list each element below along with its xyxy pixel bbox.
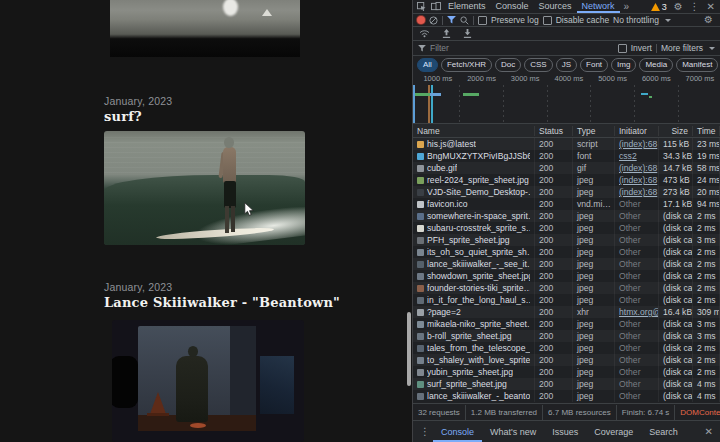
table-row[interactable]: VJD-Site_Demo_Desktop-…200jpeg(index):68…	[413, 186, 720, 198]
request-initiator[interactable]: (index):68	[615, 174, 659, 186]
close-devtools-icon[interactable]: ✕	[704, 1, 718, 13]
resource-type-icon	[417, 225, 424, 232]
table-row[interactable]: to_shaley_with_love_sprite…200jpegOther(…	[413, 354, 720, 366]
table-row[interactable]: somewhere-in-space_sprit…200jpegOther(di…	[413, 210, 720, 222]
resource-type-icon	[417, 369, 424, 376]
table-row[interactable]: mikaela-niko_sprite_sheet…200jpegOther(d…	[413, 318, 720, 330]
request-time: 2 ms	[693, 282, 720, 294]
tab-console[interactable]: Console	[491, 0, 534, 13]
column-header-type[interactable]: Type	[573, 126, 615, 136]
page-scrollbar[interactable]	[407, 312, 411, 386]
search-icon[interactable]	[460, 16, 469, 25]
table-row[interactable]: in_it_for_the_long_haul_s…200jpegOther(d…	[413, 294, 720, 306]
warnings-badge[interactable]: 3	[648, 2, 670, 12]
more-options-icon[interactable]: ⋮	[687, 1, 703, 13]
column-header-size[interactable]: Size	[659, 126, 693, 136]
timeline-ruler: 1000 ms2000 ms3000 ms4000 ms5000 ms6000 …	[413, 73, 720, 85]
request-initiator[interactable]: (index):68	[615, 186, 659, 198]
table-row[interactable]: BngMUXZYTXPivIBgJJSb6…200fontcss234.3 kB…	[413, 150, 720, 162]
waterfall-bar	[430, 93, 441, 96]
waterfall-bar	[649, 96, 652, 98]
close-drawer-icon[interactable]: ✕	[702, 426, 716, 438]
settings-gear-icon[interactable]: ⚙	[671, 1, 686, 13]
export-har-icon[interactable]	[463, 29, 472, 39]
record-network-log-icon[interactable]	[417, 16, 425, 24]
figure-silhouette	[176, 356, 208, 422]
chip-media[interactable]: Media	[639, 58, 673, 72]
preserve-log-checkbox[interactable]	[478, 16, 487, 25]
column-header-name[interactable]: Name	[413, 126, 535, 136]
drawer-tab-search[interactable]: Search	[641, 422, 686, 442]
table-row[interactable]: lance_skiiiwalker_-_see_it…200jpegOther(…	[413, 258, 720, 270]
clear-network-log-icon[interactable]	[429, 16, 438, 25]
drawer-menu-icon[interactable]: ⋮	[417, 426, 433, 438]
request-initiator[interactable]: htmx.org@…	[615, 306, 659, 318]
post-media-beantown-video[interactable]	[112, 320, 304, 442]
column-header-initiator[interactable]: Initiator	[615, 126, 659, 136]
request-name: lance_skiiiwalker_-_see_it…	[413, 258, 535, 270]
table-row[interactable]: yubin_sprite_sheet.jpg200jpegOther(disk …	[413, 366, 720, 378]
table-row[interactable]: its_oh_so_quiet_sprite_sh…200jpegOther(d…	[413, 246, 720, 258]
table-row[interactable]: showdown_sprite_sheet.jpg200jpegOther(di…	[413, 270, 720, 282]
more-filters-button[interactable]: More filters	[661, 43, 703, 53]
table-row[interactable]: surf_sprite_sheet.jpg200jpegOther(disk c…	[413, 378, 720, 390]
post-title: surf?	[104, 109, 142, 124]
import-har-icon[interactable]	[442, 29, 451, 39]
network-settings-gear-icon[interactable]: ⚙	[701, 14, 716, 26]
request-type: jpeg	[573, 366, 615, 378]
disable-cache-checkbox[interactable]	[543, 16, 552, 25]
table-row[interactable]: b-roll_sprite_sheet.jpg200jpegOther(disk…	[413, 330, 720, 342]
chip-all[interactable]: All	[417, 58, 438, 72]
inspect-element-icon[interactable]	[415, 1, 428, 13]
table-row[interactable]: founder-stories-tiki_sprite…200jpegOther…	[413, 282, 720, 294]
column-header-time[interactable]: Time	[693, 126, 720, 136]
request-type: jpeg	[573, 234, 615, 246]
resource-type-icon	[417, 177, 424, 184]
network-conditions-icon[interactable]	[419, 29, 430, 38]
drawer-tab-issues[interactable]: Issues	[544, 422, 586, 442]
table-row[interactable]: favicon.ico200vnd.mi…Other17.1 kB94 ms	[413, 198, 720, 210]
filter-toggle-icon[interactable]	[447, 16, 456, 24]
invert-checkbox[interactable]	[618, 44, 627, 53]
more-tabs-icon[interactable]: »	[621, 1, 633, 13]
post-media-surf-video[interactable]	[104, 131, 305, 245]
table-row[interactable]: reel-2024_sprite_sheet.jpg200jpeg(index)…	[413, 174, 720, 186]
resource-type-icon	[417, 165, 424, 172]
filter-input[interactable]: Filter	[430, 43, 449, 53]
table-row[interactable]: subaru-crosstrek_sprite_s…200jpegOther(d…	[413, 222, 720, 234]
chip-img[interactable]: Img	[611, 58, 636, 72]
request-size: (disk cache)	[659, 330, 693, 342]
table-row[interactable]: PFH_sprite_sheet.jpg200jpegOther(disk ca…	[413, 234, 720, 246]
waterfall-overview[interactable]	[413, 85, 720, 124]
chip-font[interactable]: Font	[580, 58, 608, 72]
request-initiator[interactable]: css2	[615, 150, 659, 162]
table-row[interactable]: ?page=2200xhrhtmx.org@…16.4 kB309 ms	[413, 306, 720, 318]
request-size: (disk cache)	[659, 318, 693, 330]
chip-manifest[interactable]: Manifest	[676, 58, 718, 72]
tab-network[interactable]: Network	[577, 0, 620, 13]
table-row[interactable]: his.js@latest200script(index):68115 kB23…	[413, 138, 720, 150]
table-row[interactable]: cube.gif200gif(index):6814.7 kB58 ms	[413, 162, 720, 174]
chip-css[interactable]: CSS	[524, 58, 552, 72]
chip-fetch-xhr[interactable]: Fetch/XHR	[441, 58, 492, 72]
device-toolbar-icon[interactable]	[429, 1, 442, 13]
request-time: 2 ms	[693, 258, 720, 270]
table-row[interactable]: tales_from_the_telescope_…200jpegOther(d…	[413, 342, 720, 354]
table-row[interactable]: lance_skiiiwalker_-_beanto…200jpegOther(…	[413, 390, 720, 402]
tab-elements[interactable]: Elements	[443, 0, 491, 13]
request-time: 4 ms	[693, 378, 720, 390]
request-initiator[interactable]: (index):68	[615, 138, 659, 150]
column-header-status[interactable]: Status	[535, 126, 573, 136]
request-status: 200	[535, 198, 573, 210]
drawer-tab-what-s-new[interactable]: What's new	[482, 422, 544, 442]
tab-sources[interactable]: Sources	[534, 0, 577, 13]
request-size: (disk cache)	[659, 222, 693, 234]
drawer-tab-console[interactable]: Console	[433, 422, 482, 442]
request-size: (disk cache)	[659, 258, 693, 270]
post-media-partial[interactable]	[110, 0, 300, 57]
throttling-select[interactable]: No throttling	[613, 15, 659, 25]
chip-js[interactable]: JS	[556, 58, 577, 72]
drawer-tab-coverage[interactable]: Coverage	[586, 422, 641, 442]
chip-doc[interactable]: Doc	[495, 58, 521, 72]
request-initiator[interactable]: (index):68	[615, 162, 659, 174]
